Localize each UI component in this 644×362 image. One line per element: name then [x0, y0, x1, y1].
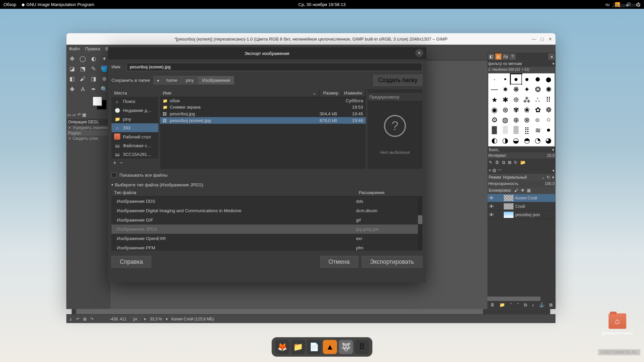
filetype-row[interactable]: Изображение OpenEXRexr: [111, 234, 422, 243]
crumb-prev[interactable]: ◂: [154, 76, 162, 84]
brush-item[interactable]: ●: [543, 74, 554, 84]
tool-path[interactable]: ✒: [89, 84, 98, 94]
up-icon[interactable]: ˄: [510, 302, 512, 308]
fg-color[interactable]: [93, 96, 102, 106]
brush-item[interactable]: ◉: [489, 105, 499, 115]
filetype-row[interactable]: Изображение DDSdds: [111, 197, 422, 206]
brush-item[interactable]: ●: [522, 74, 532, 84]
color-swatches[interactable]: [68, 96, 109, 110]
crumb[interactable]: Изображения: [198, 76, 234, 84]
eye-icon[interactable]: 👁: [489, 204, 494, 209]
file-row[interactable]: 📁обоиСуббота: [160, 97, 366, 104]
place-item[interactable]: Рабочий стол: [111, 132, 158, 141]
layer-name[interactable]: Копия Слой: [515, 196, 537, 200]
brush-item[interactable]: ◓: [522, 135, 532, 145]
close-op-icon[interactable]: ✕: [68, 126, 71, 130]
dock-firefox-icon[interactable]: 🦊: [275, 340, 289, 354]
close-button[interactable]: ✕: [548, 37, 552, 42]
place-item[interactable]: 🖴3CC15A281…: [111, 150, 158, 159]
dock-blender-icon[interactable]: ▲: [323, 340, 337, 354]
brush-item[interactable]: ❂: [533, 84, 543, 94]
crumb[interactable]: piny: [182, 76, 198, 84]
minimize-button[interactable]: —: [532, 37, 536, 42]
eye-icon[interactable]: 👁: [489, 212, 494, 218]
tab-layers-icon[interactable]: ≡: [489, 168, 491, 172]
new-brush-icon[interactable]: 🗎: [495, 160, 499, 165]
brush-item[interactable]: ⁂: [522, 95, 532, 104]
dock-apps-icon[interactable]: ⠿: [355, 340, 369, 354]
dropdown-icon[interactable]: ▾: [552, 147, 554, 152]
remove-place-icon[interactable]: −: [120, 160, 123, 166]
dup-brush-icon[interactable]: ⧉: [502, 160, 505, 165]
place-item[interactable]: 🖴Файловая с…: [111, 141, 158, 150]
tool-transform[interactable]: ⬔: [78, 64, 88, 73]
reset-icon[interactable]: ↻: [547, 175, 550, 179]
file-row[interactable]: 🖼pesoriboj.jpg304,4 kB18:45: [160, 111, 366, 117]
tool-warp[interactable]: ✎: [89, 64, 98, 73]
brush-item[interactable]: ◒: [511, 135, 521, 145]
brush-item[interactable]: ✦: [522, 84, 532, 94]
dropdown-icon[interactable]: ▾: [552, 175, 554, 179]
tool-brush[interactable]: 🖌: [78, 74, 88, 83]
close-op-icon[interactable]: ✕: [68, 136, 71, 140]
lock-paint-icon[interactable]: 🖌: [514, 188, 518, 193]
brush-item[interactable]: ⣿: [522, 125, 532, 135]
tab-patterns-icon[interactable]: ▦: [495, 54, 501, 60]
brush-item[interactable]: ∴: [533, 95, 543, 104]
place-item[interactable]: 🕓Недавние д…: [111, 106, 158, 114]
dropdown-icon[interactable]: ▾: [166, 317, 168, 321]
brush-item[interactable]: ❁: [543, 105, 554, 115]
interval-value[interactable]: 10,0: [547, 154, 554, 158]
tab-help-icon[interactable]: ?: [509, 54, 516, 60]
layer-name[interactable]: Слой: [515, 204, 525, 208]
layer-row[interactable]: 👁pesoriboj (коп: [487, 211, 555, 219]
tool-heal[interactable]: ✚: [67, 84, 77, 94]
brush-filter-label[interactable]: фильтр по меткам: [488, 61, 552, 66]
add-place-icon[interactable]: +: [113, 160, 116, 166]
brush-item[interactable]: ❋: [511, 84, 521, 94]
brush-item[interactable]: ░: [500, 125, 511, 135]
del-brush-icon[interactable]: ⊠: [508, 160, 512, 165]
eye-icon[interactable]: 👁: [489, 195, 494, 201]
brush-item[interactable]: ★: [489, 95, 499, 104]
ft-col-type[interactable]: Тип файла: [111, 189, 356, 196]
tool-text[interactable]: A: [78, 84, 88, 94]
place-item[interactable]: ⌕Поиск: [111, 97, 158, 106]
brush-item[interactable]: ●: [543, 125, 554, 135]
tab-paths-icon[interactable]: 〰: [498, 168, 502, 172]
create-folder-button[interactable]: Создать папку: [373, 75, 422, 86]
brush-item[interactable]: ▓: [489, 125, 499, 135]
tab-menu-icon[interactable]: ◂: [548, 54, 554, 60]
activities[interactable]: Обзор: [4, 2, 16, 7]
brush-preset[interactable]: Basic,: [489, 147, 499, 152]
brush-item[interactable]: ⊛: [500, 105, 511, 115]
brush-item[interactable]: ⊗: [522, 115, 532, 125]
dock-gimp-icon[interactable]: 🐺: [339, 340, 353, 354]
brush-item[interactable]: ◍: [500, 115, 511, 125]
tool-ellipse[interactable]: ◯: [78, 54, 88, 63]
brush-item[interactable]: ◐: [489, 135, 499, 145]
menu-file[interactable]: Файл: [69, 46, 80, 51]
clock[interactable]: Ср, 30 ноября 19:58:13: [298, 2, 345, 7]
refresh-icon[interactable]: ↻: [514, 160, 518, 165]
open-icon[interactable]: 📂: [520, 160, 526, 165]
undo-icon[interactable]: ↶: [76, 317, 80, 321]
tab-brushes-icon[interactable]: ◧: [488, 54, 494, 60]
filetype-row[interactable]: Изображение JPEGjpg,jpeg,jpe: [111, 225, 422, 234]
tool-eraser[interactable]: ◨: [89, 74, 98, 83]
merge-icon[interactable]: ⫰: [532, 302, 534, 308]
filetype-row[interactable]: Изображение GIFgif: [111, 215, 422, 225]
image-icon[interactable]: ▱: [72, 112, 76, 117]
brush-item[interactable]: ❀: [522, 105, 532, 115]
tab-menu-icon[interactable]: ◂: [552, 168, 554, 172]
ft-scrollbar[interactable]: [418, 197, 422, 250]
tool-lasso[interactable]: ◐: [89, 54, 98, 63]
dropdown-icon[interactable]: ▾: [144, 317, 146, 321]
tool-gradient[interactable]: ◧: [67, 74, 77, 83]
menu-edit[interactable]: Правка: [85, 46, 100, 51]
brush-item[interactable]: ○: [543, 115, 554, 125]
col-date[interactable]: Изменён: [341, 89, 366, 97]
lang-indicator[interactable]: ru: [605, 2, 609, 7]
opacity-value[interactable]: 100,0: [545, 182, 555, 186]
brush-item[interactable]: —: [489, 84, 499, 94]
